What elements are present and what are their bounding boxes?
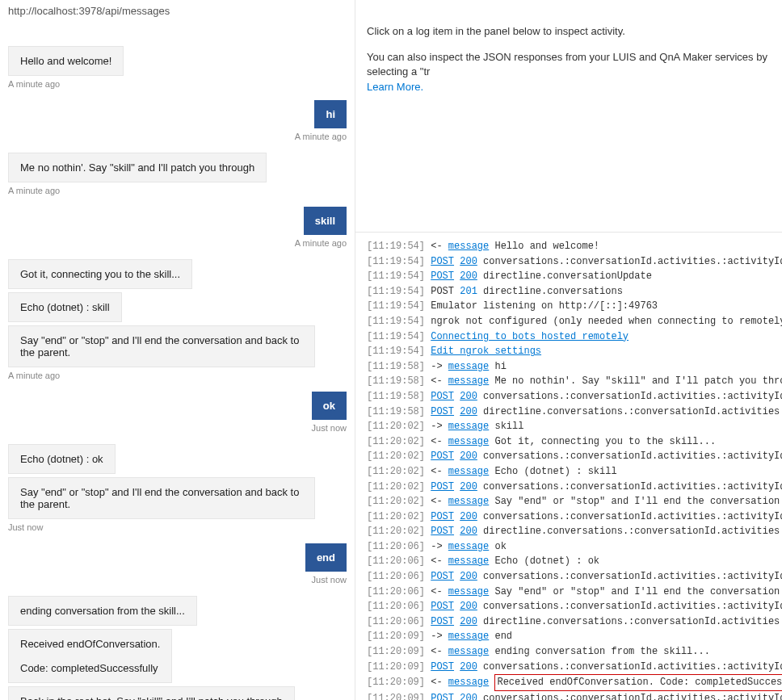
log-type[interactable]: POST (431, 526, 454, 537)
log-type[interactable]: POST (431, 571, 454, 582)
log-line[interactable]: [11:19:58] POST 200 directline.conversat… (367, 404, 771, 420)
bot-message[interactable]: Echo (dotnet) : ok (8, 444, 116, 474)
bot-message[interactable]: Say "end" or "stop" and I'll end the con… (8, 477, 315, 519)
log-line[interactable]: [11:20:02] <- message Say "end" or "stop… (367, 494, 771, 509)
bot-message[interactable]: Got it, connecting you to the skill... (8, 259, 192, 289)
bot-message[interactable]: ending conversation from the skill... (8, 596, 197, 626)
log-status-code[interactable]: 200 (460, 601, 477, 612)
log-type[interactable]: message (448, 555, 489, 567)
log-text: Say "end" or "stop" and I'll end the con… (494, 586, 782, 597)
log-timestamp: [11:20:09] (367, 631, 425, 642)
log-type[interactable]: message (448, 241, 489, 252)
log-status-code[interactable]: 200 (460, 571, 477, 582)
bot-message[interactable]: Back in the root bot. Say "skill" and I'… (8, 686, 295, 700)
log-link[interactable]: Connecting to bots hosted remotely (431, 331, 629, 342)
log-line[interactable]: [11:20:06] -> message ok (367, 539, 771, 555)
bot-message[interactable]: Me no nothin'. Say "skill" and I'll patc… (8, 153, 267, 182)
user-message[interactable]: hi (314, 100, 347, 128)
learn-more-link[interactable]: Learn More. (367, 81, 423, 93)
log-status-code[interactable]: 200 (460, 391, 477, 402)
log-type[interactable]: message (448, 496, 489, 507)
log-line[interactable]: [11:19:54] Emulator listening on http://… (367, 299, 771, 314)
log-type[interactable]: message (448, 375, 489, 387)
log-type[interactable]: message (448, 677, 489, 688)
log-type[interactable]: message (448, 646, 489, 657)
log-text: directline.conversationUpdate (483, 270, 652, 282)
log-status-code[interactable]: 200 (460, 511, 477, 522)
log-type[interactable]: POST (431, 601, 454, 612)
log-direction: <- (431, 677, 442, 688)
log-type[interactable]: POST (431, 661, 454, 673)
log-status-code[interactable]: 200 (460, 616, 477, 627)
log-timestamp: [11:19:54] (367, 300, 425, 312)
log-status-code[interactable]: 200 (460, 256, 477, 267)
log-line[interactable]: [11:19:54] ngrok not configured (only ne… (367, 314, 771, 329)
log-type[interactable]: POST (431, 256, 454, 267)
log-line[interactable]: [11:19:58] POST 200 conversations.:conve… (367, 389, 771, 404)
log-line[interactable]: [11:20:02] POST 200 conversations.:conve… (367, 509, 771, 525)
log-type[interactable]: POST (431, 616, 454, 627)
log-type[interactable]: message (448, 361, 489, 372)
log-type[interactable]: message (448, 541, 489, 552)
log-status-code[interactable]: 200 (460, 693, 477, 700)
log-line[interactable]: [11:20:06] POST 200 directline.conversat… (367, 614, 771, 630)
log-line[interactable]: [11:20:02] POST 200 conversations.:conve… (367, 480, 771, 495)
log-type: POST (431, 286, 454, 297)
log-line[interactable]: [11:19:54] <- message Hello and welcome! (367, 239, 771, 254)
log-timestamp: [11:19:54] (367, 331, 425, 342)
log-type[interactable]: POST (431, 391, 454, 402)
bot-message[interactable]: Hello and welcome! (8, 46, 124, 76)
log-text: conversations.:conversationId.activities… (483, 571, 782, 582)
user-message[interactable]: skill (304, 207, 347, 235)
log-link[interactable]: Edit ngrok settings (431, 346, 541, 357)
bot-message[interactable]: Received endOfConversation. Code: comple… (8, 629, 172, 683)
log-status-code[interactable]: 200 (460, 406, 477, 417)
log-panel[interactable]: [11:19:54] <- message Hello and welcome!… (355, 233, 782, 700)
log-line[interactable]: [11:20:09] POST 200 conversations.:conve… (367, 691, 771, 700)
bot-message[interactable]: Echo (dotnet) : skill (8, 292, 122, 322)
log-type[interactable]: POST (431, 406, 454, 417)
log-type[interactable]: message (448, 586, 489, 597)
log-line[interactable]: [11:19:54] POST 200 directline.conversat… (367, 269, 771, 284)
log-type[interactable]: POST (431, 451, 454, 462)
log-line[interactable]: [11:20:02] POST 200 conversations.:conve… (367, 449, 771, 464)
log-line[interactable]: [11:19:54] POST 200 conversations.:conve… (367, 254, 771, 270)
log-line[interactable]: [11:20:09] <- message ending conversatio… (367, 644, 771, 660)
log-line[interactable]: [11:20:06] <- message Echo (dotnet) : ok (367, 554, 771, 569)
log-line[interactable]: [11:19:54] POST 201 directline.conversat… (367, 284, 771, 300)
log-status-code[interactable]: 200 (460, 270, 477, 282)
user-message[interactable]: ok (312, 392, 347, 420)
log-line[interactable]: [11:20:02] POST 200 directline.conversat… (367, 524, 771, 539)
log-line[interactable]: [11:20:06] <- message Say "end" or "stop… (367, 585, 771, 600)
log-type[interactable]: POST (431, 270, 454, 282)
log-type[interactable]: POST (431, 511, 454, 522)
log-line[interactable]: [11:20:09] POST 200 conversations.:conve… (367, 660, 771, 675)
log-line[interactable]: [11:20:06] POST 200 conversations.:conve… (367, 569, 771, 585)
log-line[interactable]: [11:20:06] POST 200 conversations.:conve… (367, 599, 771, 614)
log-type[interactable]: message (448, 466, 489, 477)
log-status-code[interactable]: 200 (460, 526, 477, 537)
bot-message[interactable]: Say "end" or "stop" and I'll end the con… (8, 325, 315, 367)
log-type[interactable]: POST (431, 481, 454, 493)
log-line[interactable]: [11:20:09] <- message Received endOfConv… (367, 674, 771, 691)
log-line[interactable]: [11:19:58] -> message hi (367, 359, 771, 375)
log-line[interactable]: [11:19:54] Connecting to bots hosted rem… (367, 329, 771, 345)
log-type[interactable]: POST (431, 693, 454, 700)
log-status-code[interactable]: 200 (460, 451, 477, 462)
log-timestamp: [11:20:06] (367, 541, 425, 552)
log-status-code[interactable]: 200 (460, 661, 477, 673)
log-type[interactable]: message (448, 631, 489, 642)
log-line[interactable]: [11:20:02] <- message Echo (dotnet) : sk… (367, 464, 771, 480)
user-message[interactable]: end (305, 543, 347, 572)
log-line[interactable]: [11:20:09] -> message end (367, 629, 771, 644)
log-type[interactable]: message (448, 436, 489, 447)
log-timestamp: [11:20:06] (367, 586, 425, 597)
log-line[interactable]: [11:20:02] -> message skill (367, 419, 771, 434)
log-type[interactable]: message (448, 421, 489, 432)
log-line[interactable]: [11:19:58] <- message Me no nothin'. Say… (367, 374, 771, 389)
message-timestamp: A minute ago (8, 79, 60, 89)
log-line[interactable]: [11:19:54] Edit ngrok settings (367, 344, 771, 359)
log-line[interactable]: [11:20:02] <- message Got it, connecting… (367, 434, 771, 450)
log-status-code[interactable]: 200 (460, 481, 477, 493)
log-status-code[interactable]: 201 (460, 286, 477, 297)
